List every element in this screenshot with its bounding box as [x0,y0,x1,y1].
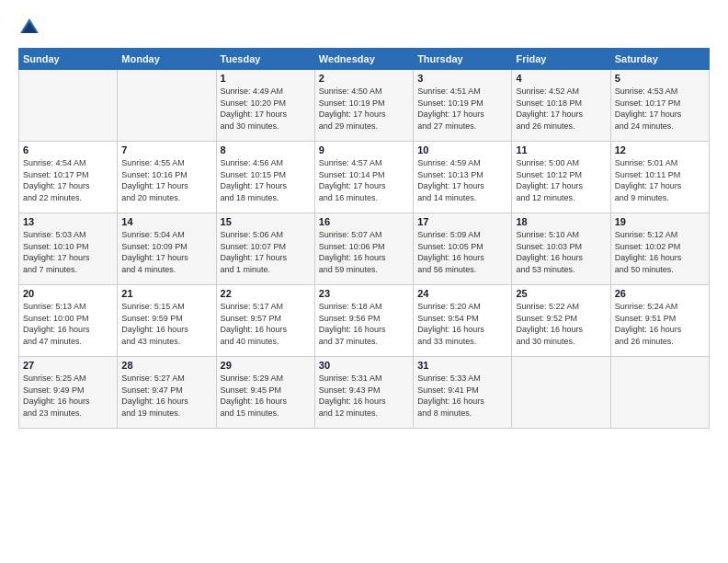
calendar-cell: 9Sunrise: 4:57 AMSunset: 10:14 PMDayligh… [314,142,413,213]
day-cell-text: Sunset: 10:17 PM [23,169,113,181]
day-cell-text: Sunrise: 5:12 AM [615,229,705,241]
day-number: 16 [319,216,409,227]
day-cell-text: and 12 minutes. [516,192,606,204]
day-cell-text: Sunset: 10:00 PM [23,313,113,325]
calendar-cell [512,357,610,429]
day-number: 24 [417,288,507,299]
day-cell-text: Sunrise: 4:54 AM [23,157,113,169]
day-cell-text: Sunset: 9:51 PM [615,313,705,325]
day-number: 20 [23,288,113,299]
weekday-header-thursday: Thursday [414,49,512,70]
day-cell-text: Sunrise: 5:24 AM [615,301,705,313]
day-cell-text: Sunset: 10:18 PM [516,98,606,109]
day-cell-text: Daylight: 16 hours [121,324,211,336]
weekday-header-saturday: Saturday [610,49,709,70]
day-cell-text: Sunset: 10:05 PM [417,241,507,253]
calendar-cell: 14Sunrise: 5:04 AMSunset: 10:09 PMDaylig… [118,213,216,285]
day-cell-text: Sunrise: 4:52 AM [516,86,606,98]
day-cell-text: Sunrise: 4:57 AM [319,157,409,169]
day-cell-text: and 8 minutes. [417,408,507,419]
calendar-cell: 19Sunrise: 5:12 AMSunset: 10:02 PMDaylig… [610,213,709,285]
weekday-header-friday: Friday [512,49,610,70]
day-cell-text: Daylight: 16 hours [615,324,705,336]
day-cell-text: Daylight: 16 hours [221,324,311,336]
day-cell-text: and 1 minute. [221,264,311,276]
day-cell-text: and 37 minutes. [319,336,409,348]
day-number: 13 [23,216,113,227]
day-cell-text: Sunrise: 5:00 AM [516,157,606,169]
day-cell-text: Sunset: 10:16 PM [121,169,211,181]
calendar-cell: 25Sunrise: 5:22 AMSunset: 9:52 PMDayligh… [512,285,610,357]
day-cell-text: and 30 minutes. [516,336,606,348]
day-cell-text: Daylight: 17 hours [221,109,311,121]
calendar-cell: 1Sunrise: 4:49 AMSunset: 10:20 PMDayligh… [216,70,314,142]
day-number: 17 [417,216,507,227]
day-number: 19 [615,216,705,227]
calendar-cell: 23Sunrise: 5:18 AMSunset: 9:56 PMDayligh… [314,285,413,357]
day-number: 30 [319,360,409,371]
day-cell-text: Daylight: 17 hours [319,180,409,192]
day-cell-text: and 53 minutes. [516,264,606,276]
day-cell-text: and 20 minutes. [121,192,211,204]
day-cell-text: and 23 minutes. [23,408,113,419]
calendar-cell: 16Sunrise: 5:07 AMSunset: 10:06 PMDaylig… [314,213,413,285]
logo [18,17,44,39]
calendar-cell: 30Sunrise: 5:31 AMSunset: 9:43 PMDayligh… [314,357,413,429]
weekday-header-monday: Monday [118,49,216,70]
day-cell-text: and 59 minutes. [319,264,409,276]
day-cell-text: Daylight: 17 hours [121,252,211,264]
calendar-week-row: 13Sunrise: 5:03 AMSunset: 10:10 PMDaylig… [19,213,710,285]
day-cell-text: Sunrise: 4:51 AM [417,86,507,98]
day-cell-text: and 19 minutes. [121,408,211,419]
day-cell-text: Daylight: 16 hours [417,396,507,408]
day-cell-text: Sunset: 10:10 PM [23,241,113,253]
day-cell-text: Daylight: 16 hours [319,396,409,408]
day-cell-text: Daylight: 17 hours [516,109,606,121]
calendar-cell: 20Sunrise: 5:13 AMSunset: 10:00 PMDaylig… [19,285,118,357]
day-cell-text: Daylight: 16 hours [417,324,507,336]
calendar-week-row: 27Sunrise: 5:25 AMSunset: 9:49 PMDayligh… [19,357,710,429]
day-number: 10 [417,144,507,155]
day-cell-text: and 56 minutes. [417,264,507,276]
calendar-cell: 8Sunrise: 4:56 AMSunset: 10:15 PMDayligh… [216,142,314,213]
day-cell-text: Sunset: 9:52 PM [516,313,606,325]
day-cell-text: Sunset: 10:19 PM [417,98,507,109]
day-cell-text: Daylight: 17 hours [221,252,311,264]
day-cell-text: and 4 minutes. [121,264,211,276]
day-number: 5 [615,73,705,84]
day-cell-text: and 30 minutes. [221,121,311,132]
day-number: 26 [615,288,705,299]
day-cell-text: Daylight: 17 hours [417,180,507,192]
day-cell-text: Sunrise: 5:07 AM [319,229,409,241]
day-cell-text: and 24 minutes. [615,121,705,132]
day-number: 11 [516,144,606,155]
calendar-cell: 27Sunrise: 5:25 AMSunset: 9:49 PMDayligh… [19,357,118,429]
day-cell-text: Sunrise: 4:59 AM [417,157,507,169]
day-cell-text: Sunrise: 5:25 AM [23,373,113,385]
day-cell-text: Sunset: 9:57 PM [221,313,311,325]
day-cell-text: Sunset: 9:56 PM [319,313,409,325]
calendar-cell: 5Sunrise: 4:53 AMSunset: 10:17 PMDayligh… [610,70,709,142]
day-cell-text: and 14 minutes. [417,192,507,204]
day-cell-text: Daylight: 17 hours [615,109,705,121]
day-cell-text: Sunrise: 5:10 AM [516,229,606,241]
calendar-cell: 24Sunrise: 5:20 AMSunset: 9:54 PMDayligh… [414,285,512,357]
day-cell-text: and 16 minutes. [319,192,409,204]
day-cell-text: Sunset: 9:43 PM [319,385,409,396]
day-number: 31 [417,360,507,371]
day-cell-text: Sunrise: 5:01 AM [615,157,705,169]
day-cell-text: Daylight: 16 hours [23,396,113,408]
day-cell-text: Sunrise: 5:33 AM [417,373,507,385]
calendar-cell: 22Sunrise: 5:17 AMSunset: 9:57 PMDayligh… [216,285,314,357]
day-cell-text: Sunset: 10:11 PM [615,169,705,181]
day-number: 14 [121,216,211,227]
calendar-cell: 3Sunrise: 4:51 AMSunset: 10:19 PMDayligh… [414,70,512,142]
day-cell-text: and 26 minutes. [615,336,705,348]
day-cell-text: Sunset: 9:54 PM [417,313,507,325]
calendar-week-row: 6Sunrise: 4:54 AMSunset: 10:17 PMDayligh… [19,142,710,213]
day-cell-text: Daylight: 16 hours [319,324,409,336]
calendar-cell: 11Sunrise: 5:00 AMSunset: 10:12 PMDaylig… [512,142,610,213]
page: SundayMondayTuesdayWednesdayThursdayFrid… [0,0,728,563]
day-number: 6 [23,144,113,155]
day-cell-text: and 29 minutes. [319,121,409,132]
